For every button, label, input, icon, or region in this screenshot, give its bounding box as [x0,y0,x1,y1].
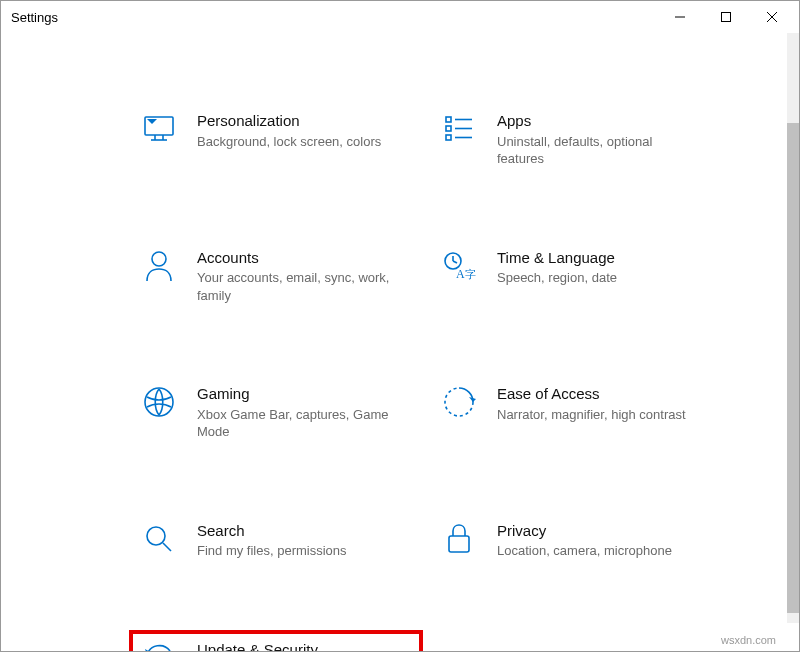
minimize-button[interactable] [657,1,703,33]
tile-apps[interactable]: Apps Uninstall, defaults, optional featu… [431,103,721,182]
personalization-icon [139,109,179,149]
update-security-icon [139,638,179,651]
maximize-button[interactable] [703,1,749,33]
accounts-icon [139,246,179,286]
watermark: wsxdn.com [721,634,776,646]
svg-rect-1 [722,13,731,22]
gaming-icon [139,382,179,422]
window-title: Settings [11,10,58,25]
settings-grid: Personalization Background, lock screen,… [131,103,721,651]
tile-time-language[interactable]: A字 Time & Language Speech, region, date [431,240,721,319]
tile-desc: Background, lock screen, colors [197,133,397,151]
svg-text:A: A [456,267,465,281]
time-language-icon: A字 [439,246,479,286]
tile-title: Gaming [197,384,413,404]
svg-rect-8 [446,117,451,122]
tile-title: Personalization [197,111,413,131]
svg-text:字: 字 [465,268,476,280]
settings-window: Settings Personalization Background, loc… [0,0,800,652]
tile-desc: Speech, region, date [497,269,697,287]
titlebar: Settings [1,1,799,33]
tile-desc: Narrator, magnifier, high contrast [497,406,697,424]
ease-of-access-icon [439,382,479,422]
tile-title: Accounts [197,248,413,268]
privacy-icon [439,519,479,559]
tile-accounts[interactable]: Accounts Your accounts, email, sync, wor… [131,240,421,319]
svg-rect-9 [446,126,451,131]
scrollbar-thumb[interactable] [787,123,799,613]
tile-gaming[interactable]: Gaming Xbox Game Bar, captures, Game Mod… [131,376,421,455]
svg-point-14 [152,252,166,266]
tile-update-security[interactable]: Update & Security Windows Update, recove… [131,632,421,651]
scrollbar-track[interactable] [787,33,799,623]
content-area: Personalization Background, lock screen,… [1,33,799,651]
tile-desc: Your accounts, email, sync, work, family [197,269,397,304]
search-icon [139,519,179,559]
tile-desc: Uninstall, defaults, optional features [497,133,697,168]
tile-title: Privacy [497,521,713,541]
tile-title: Search [197,521,413,541]
close-button[interactable] [749,1,795,33]
tile-desc: Find my files, permissions [197,542,397,560]
tile-desc: Xbox Game Bar, captures, Game Mode [197,406,397,441]
tile-ease-of-access[interactable]: Ease of Access Narrator, magnifier, high… [431,376,721,455]
tile-search[interactable]: Search Find my files, permissions [131,513,421,574]
svg-point-20 [145,388,173,416]
apps-icon [439,109,479,149]
tile-title: Apps [497,111,713,131]
svg-point-22 [147,527,165,545]
tile-title: Ease of Access [497,384,713,404]
svg-rect-24 [449,536,469,552]
tile-personalization[interactable]: Personalization Background, lock screen,… [131,103,421,182]
svg-line-23 [163,543,171,551]
svg-line-17 [453,261,457,263]
tile-title: Time & Language [497,248,713,268]
svg-rect-10 [446,135,451,140]
tile-title: Update & Security [197,640,413,651]
tile-privacy[interactable]: Privacy Location, camera, microphone [431,513,721,574]
tile-desc: Location, camera, microphone [497,542,697,560]
